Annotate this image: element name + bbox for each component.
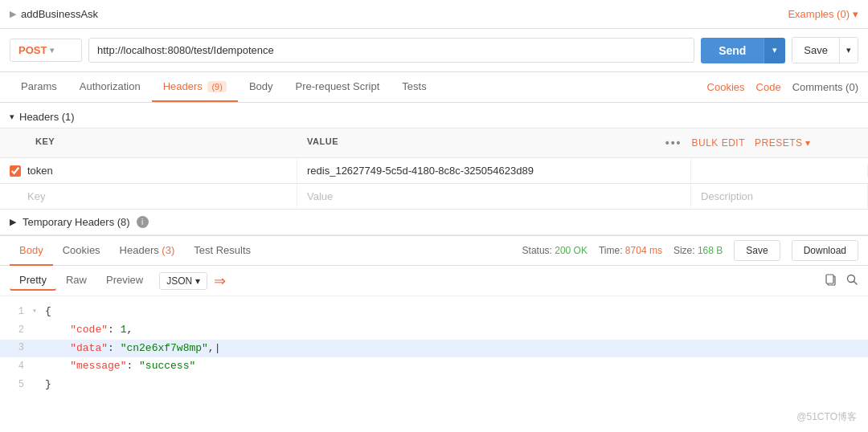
- tab-params[interactable]: Params: [10, 72, 68, 102]
- info-icon[interactable]: i: [137, 216, 149, 228]
- request-tabs: Params Authorization Headers (9) Body Pr…: [0, 72, 868, 103]
- resp-tab-test-results[interactable]: Test Results: [184, 236, 260, 266]
- time-label: Time: 8704 ms: [599, 245, 662, 256]
- col-value: VALUE: [297, 133, 643, 153]
- send-button-group: Send ▾: [701, 38, 785, 63]
- code-link[interactable]: Code: [756, 81, 781, 93]
- format-chevron-icon: ▾: [195, 275, 200, 287]
- temp-headers-section: ▶ Temporary Headers (8) i: [0, 210, 868, 235]
- code-line-3: 3 "data": "cn2e6xf7w8mp",|: [0, 340, 868, 358]
- value-cell-empty[interactable]: Value: [297, 184, 691, 209]
- status-label: Status: 200 OK: [522, 245, 588, 256]
- resp-tab-cookies[interactable]: Cookies: [53, 236, 110, 266]
- save-arrow-button[interactable]: ▾: [839, 38, 858, 63]
- send-button[interactable]: Send: [701, 38, 764, 63]
- key-cell: token: [0, 158, 297, 183]
- table-row-empty: Key Value Description: [0, 184, 868, 210]
- response-save-button[interactable]: Save: [734, 240, 780, 261]
- tab-headers[interactable]: Headers (9): [152, 72, 238, 102]
- breadcrumb: ▶ addBusinessAsk: [10, 8, 98, 20]
- tab-body[interactable]: Body: [238, 72, 285, 102]
- col-actions: ••• Bulk Edit Presets ▾: [643, 133, 820, 153]
- fmt-tab-raw[interactable]: Raw: [56, 271, 96, 291]
- code-line-2: 2 "code": 1,: [0, 321, 868, 340]
- url-input[interactable]: [88, 38, 694, 63]
- code-line-5: 5 }: [0, 376, 868, 394]
- send-arrow-button[interactable]: ▾: [764, 38, 785, 63]
- fmt-tab-pretty[interactable]: Pretty: [10, 271, 56, 291]
- cookies-link[interactable]: Cookies: [707, 81, 745, 93]
- bulk-edit-button[interactable]: Bulk Edit: [691, 137, 745, 149]
- breadcrumb-arrow: ▶: [10, 9, 16, 19]
- resp-tabs-left: Body Cookies Headers (3) Test Results: [10, 236, 260, 266]
- headers-section-title: ▾ Headers (1): [0, 103, 868, 128]
- desc-cell: [691, 165, 868, 177]
- col-key: KEY: [0, 133, 297, 153]
- presets-button[interactable]: Presets ▾: [755, 137, 810, 149]
- row-checkbox[interactable]: [10, 165, 21, 177]
- format-bar: Pretty Raw Preview JSON ▾ ⇒: [0, 266, 868, 296]
- tab-authorization[interactable]: Authorization: [68, 72, 152, 102]
- tabs-right: Cookies Code Comments (0): [707, 81, 858, 93]
- svg-rect-1: [826, 275, 833, 283]
- save-button[interactable]: Save: [792, 38, 839, 63]
- presets-chevron-icon: ▾: [805, 137, 811, 149]
- response-download-button[interactable]: Download: [792, 240, 858, 261]
- format-icons: [825, 273, 858, 288]
- wrap-icon[interactable]: ⇒: [214, 272, 226, 290]
- tabs-left: Params Authorization Headers (9) Body Pr…: [10, 72, 438, 102]
- copy-icon[interactable]: [825, 273, 837, 288]
- size-label: Size: 168 B: [674, 245, 723, 256]
- fmt-tab-preview[interactable]: Preview: [96, 271, 153, 291]
- table-header: KEY VALUE ••• Bulk Edit Presets ▾: [0, 128, 868, 158]
- search-icon[interactable]: [845, 273, 858, 288]
- format-tabs: Pretty Raw Preview: [10, 271, 153, 291]
- desc-cell-empty[interactable]: Description: [691, 184, 868, 209]
- method-chevron-icon: ▾: [50, 46, 54, 55]
- response-tabs: Body Cookies Headers (3) Test Results St…: [0, 235, 868, 266]
- tab-prerequest[interactable]: Pre-request Script: [285, 72, 391, 102]
- code-line-4: 4 "message": "success": [0, 357, 868, 376]
- examples-link[interactable]: Examples (0) ▾: [788, 8, 858, 20]
- key-cell-empty[interactable]: Key: [0, 184, 297, 209]
- svg-line-3: [854, 282, 858, 285]
- page-title: addBusinessAsk: [21, 8, 98, 20]
- tab-tests[interactable]: Tests: [391, 72, 437, 102]
- save-button-group: Save ▾: [792, 37, 858, 63]
- format-select[interactable]: JSON ▾: [159, 272, 207, 290]
- comments-link[interactable]: Comments (0): [792, 81, 858, 93]
- url-bar: POST ▾ Send ▾ Save ▾: [0, 29, 868, 72]
- more-options-icon[interactable]: •••: [665, 137, 682, 149]
- resp-tab-body[interactable]: Body: [10, 236, 53, 266]
- table-row: token redis_12627749-5c5d-4180-8c8c-3250…: [0, 158, 868, 184]
- method-select[interactable]: POST ▾: [10, 39, 82, 62]
- resp-tab-headers[interactable]: Headers (3): [110, 236, 185, 266]
- response-status: Status: 200 OK Time: 8704 ms Size: 168 B…: [522, 240, 858, 261]
- top-bar: ▶ addBusinessAsk Examples (0) ▾: [0, 0, 868, 29]
- temp-collapse-arrow[interactable]: ▶: [10, 217, 16, 227]
- value-cell: redis_12627749-5c5d-4180-8c8c-325054623d…: [297, 158, 691, 183]
- headers-table: KEY VALUE ••• Bulk Edit Presets ▾ token …: [0, 128, 868, 210]
- code-area: 1 ▾ { 2 "code": 1, 3 "data": "cn2e6xf7w8…: [0, 296, 868, 401]
- code-line-1: 1 ▾ {: [0, 303, 868, 321]
- section-collapse-arrow[interactable]: ▾: [10, 112, 14, 122]
- watermark: @51CTO博客: [796, 410, 857, 424]
